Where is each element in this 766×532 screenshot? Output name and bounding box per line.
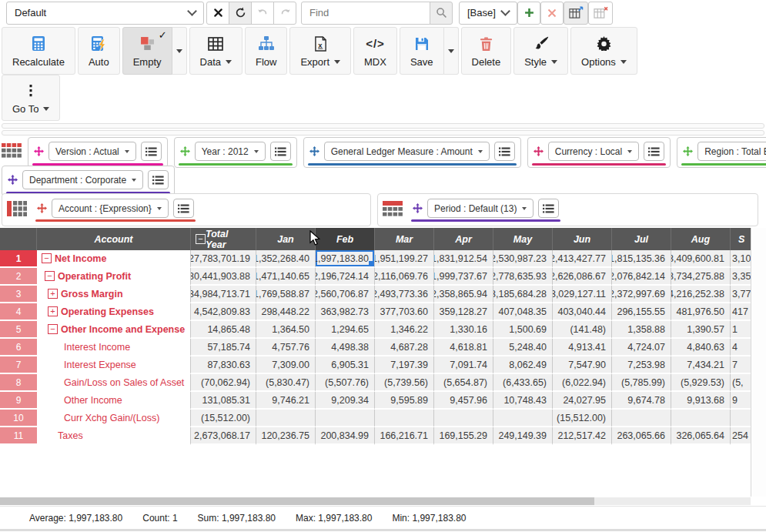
selection-handle[interactable] xyxy=(369,261,374,266)
redo-button[interactable] xyxy=(273,2,296,25)
grid-cell[interactable]: (5,929.53) xyxy=(671,374,731,392)
grid-cell[interactable]: 403,040.44 xyxy=(553,303,612,321)
grid-cell[interactable]: 1,999,737.67 xyxy=(434,268,493,286)
grid-cell[interactable]: 4,542,809.83 xyxy=(191,303,256,321)
account-cell[interactable]: Gain/Loss on Sales of Asset xyxy=(37,374,191,392)
account-cell[interactable]: +Operating Expenses xyxy=(37,303,191,321)
grid-cell[interactable]: 7 xyxy=(731,356,751,374)
base-select[interactable]: [Base] xyxy=(459,2,517,25)
delete-table-button[interactable] xyxy=(588,2,613,25)
horizontal-scrollbar[interactable] xyxy=(0,497,751,505)
grid-cell[interactable]: 27,783,701.19 xyxy=(191,250,256,268)
row-header-9[interactable]: 9 xyxy=(0,392,37,410)
grid-cell[interactable]: 407,048.35 xyxy=(493,303,553,321)
add-button[interactable] xyxy=(517,2,540,25)
collapse-icon[interactable]: − xyxy=(42,253,52,263)
grid-cell[interactable]: 9,457.96 xyxy=(434,392,493,410)
recalculate-button[interactable]: Recalculate xyxy=(2,27,75,75)
account-cell[interactable]: Interest Income xyxy=(37,339,191,356)
chip-year-member-list-button[interactable] xyxy=(270,142,291,161)
grid-cell[interactable]: 1,815,135.36 xyxy=(612,250,671,268)
grid-cell[interactable]: 1,500.69 xyxy=(493,321,553,339)
refresh-button[interactable] xyxy=(229,2,252,25)
grid-cell[interactable]: 4,724.07 xyxy=(612,339,671,356)
grid-cell[interactable]: 9,674.78 xyxy=(612,392,671,410)
grid-cell[interactable]: 263,065.66 xyxy=(612,427,671,445)
grid-cell[interactable]: 3,103 xyxy=(731,250,751,268)
collapsed-panel-splitter[interactable] xyxy=(2,130,764,136)
grid-cell[interactable]: 296,155.55 xyxy=(612,303,671,321)
chip-period-select[interactable]: Period : Default (13) xyxy=(427,199,534,218)
grid-cell[interactable]: 4 xyxy=(731,339,751,356)
grid-cell[interactable]: 1,330.16 xyxy=(434,321,493,339)
grid-cell[interactable]: 417 xyxy=(731,303,751,321)
grid-cell[interactable]: 1,358.88 xyxy=(612,321,671,339)
grid-cell[interactable]: 1 xyxy=(731,321,751,339)
mdx-button[interactable]: </> MDX xyxy=(353,27,397,75)
grid-cell[interactable]: 57,185.74 xyxy=(191,339,256,356)
chip-department-select[interactable]: Department : Corporate xyxy=(22,170,143,189)
grid-cell[interactable]: 1,769,588.87 xyxy=(256,286,316,303)
grid-cell[interactable] xyxy=(316,410,375,427)
grid-cell[interactable] xyxy=(434,410,493,427)
row-header-4[interactable]: 4 xyxy=(0,303,37,321)
data-button[interactable]: Data xyxy=(189,27,243,75)
grid-cell[interactable]: 7,547.90 xyxy=(553,356,612,374)
grid-cell[interactable]: 7,091.74 xyxy=(434,356,493,374)
save-dropdown-button[interactable] xyxy=(443,27,459,75)
auto-button[interactable]: Auto xyxy=(78,27,120,75)
grid-cell[interactable] xyxy=(256,410,316,427)
grid-cell[interactable]: 3,734,275.88 xyxy=(671,268,731,286)
grid-cell[interactable]: 7,197.39 xyxy=(375,356,434,374)
grid-cell[interactable]: 4,618.81 xyxy=(434,339,493,356)
column-header-jun[interactable]: Jun xyxy=(553,228,612,250)
row-header-1[interactable]: 1 xyxy=(0,250,37,268)
grid-cell[interactable]: 87,830.63 xyxy=(191,356,256,374)
grid-cell[interactable]: 4,840.63 xyxy=(671,339,731,356)
grid-cell[interactable]: 4,913.41 xyxy=(553,339,612,356)
grid-cell[interactable]: 9,746.21 xyxy=(256,392,316,410)
expand-icon[interactable]: + xyxy=(48,306,58,316)
grid-cell[interactable]: 298,448.22 xyxy=(256,303,316,321)
column-header-s[interactable]: S xyxy=(731,228,751,250)
chip-year-select[interactable]: Year : 2012 xyxy=(195,142,266,161)
grid-cell[interactable]: 5,248.40 xyxy=(493,339,553,356)
grid-cell[interactable]: (6,022.94) xyxy=(553,374,612,392)
account-cell[interactable]: Interest Expense xyxy=(37,356,191,374)
grid-cell[interactable]: 254 xyxy=(731,427,751,445)
grid-cell[interactable]: 2,626,086.67 xyxy=(553,268,612,286)
save-button[interactable]: Save xyxy=(400,27,444,75)
expand-icon[interactable]: + xyxy=(48,289,58,299)
row-header-3[interactable]: 3 xyxy=(0,286,37,303)
flow-button[interactable]: Flow xyxy=(245,27,287,75)
grid-cell[interactable]: 359,128.27 xyxy=(434,303,493,321)
grid-cell[interactable]: 2,413,427.77 xyxy=(553,250,612,268)
grid-cell[interactable]: 1,997,183.80 xyxy=(316,250,375,268)
grid-cell[interactable]: 377,703.60 xyxy=(375,303,434,321)
row-header-5[interactable]: 5 xyxy=(0,321,37,339)
grid-cell[interactable]: 166,216.71 xyxy=(375,427,434,445)
grid-cell[interactable]: 2,530,987.23 xyxy=(493,250,553,268)
grid-cell[interactable]: 2,560,706.87 xyxy=(316,286,375,303)
grid-cell[interactable]: 481,976.50 xyxy=(671,303,731,321)
account-cell[interactable]: Curr Xchg Gain/(Loss) xyxy=(37,410,191,427)
grid-cell[interactable]: 363,982.73 xyxy=(316,303,375,321)
chip-department-member-list-button[interactable] xyxy=(148,170,169,189)
grid-cell[interactable] xyxy=(671,410,731,427)
empty-dropdown-button[interactable] xyxy=(172,27,187,75)
grid-cell[interactable]: 4,757.76 xyxy=(256,339,316,356)
goto-button[interactable]: Go To xyxy=(2,75,60,121)
grid-cell[interactable] xyxy=(375,410,434,427)
row-header-7[interactable]: 7 xyxy=(0,356,37,374)
grid-cell[interactable]: 1,346.22 xyxy=(375,321,434,339)
grid-cell[interactable] xyxy=(731,410,751,427)
account-cell[interactable]: −Operating Profit xyxy=(37,268,191,286)
account-cell[interactable]: +Gross Margin xyxy=(37,286,191,303)
column-header-jan[interactable]: Jan xyxy=(256,228,316,250)
close-view-button[interactable] xyxy=(206,2,229,25)
grid-cell[interactable]: 9,595.89 xyxy=(375,392,434,410)
chip-version-member-list-button[interactable] xyxy=(141,142,162,161)
grid-cell[interactable]: 3,774 xyxy=(731,286,751,303)
grid-cell[interactable]: 2,358,865.94 xyxy=(434,286,493,303)
remove-button[interactable] xyxy=(540,2,564,25)
